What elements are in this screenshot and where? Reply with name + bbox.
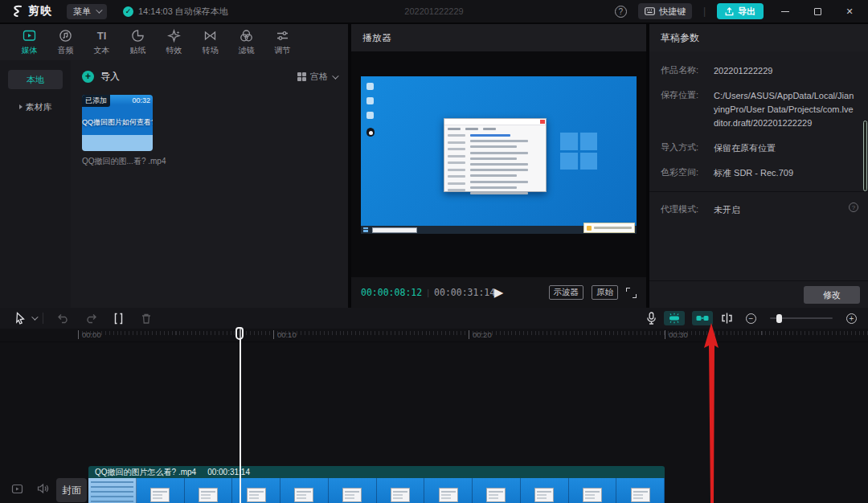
clip-header: QQ撤回的图片怎么看? .mp4 00:00:31:14 bbox=[88, 466, 665, 478]
desktop-icon bbox=[366, 112, 374, 119]
split-button[interactable] bbox=[113, 313, 125, 325]
export-button[interactable]: 导出 bbox=[717, 3, 764, 19]
field-label: 代理模式: bbox=[661, 203, 714, 217]
media-subnav: 本地 素材库 bbox=[0, 60, 71, 308]
draft-fields: 作品名称: 202201222229 保存位置: C:/Users/ASUS/A… bbox=[649, 51, 868, 280]
close-button[interactable]: ✕ bbox=[839, 3, 860, 19]
grid-icon bbox=[297, 72, 306, 81]
filmstrip-frame bbox=[569, 478, 617, 503]
tab-sticker[interactable]: 贴纸 bbox=[120, 24, 156, 60]
chevron-down-icon bbox=[96, 6, 102, 13]
effects-icon bbox=[167, 29, 181, 43]
zoom-in-icon[interactable]: + bbox=[846, 313, 857, 324]
start-button-icon bbox=[363, 227, 368, 232]
tab-label: 滤镜 bbox=[239, 45, 255, 56]
tab-label: 文本 bbox=[94, 45, 110, 56]
tab-effects[interactable]: 特效 bbox=[156, 24, 192, 60]
playhead-handle[interactable] bbox=[235, 327, 244, 340]
record-voiceover-button[interactable] bbox=[646, 312, 657, 325]
cover-button[interactable]: 封面 bbox=[56, 478, 87, 502]
autosave-text: 14:14:03 自动保存本地 bbox=[138, 6, 228, 18]
ruler-label: 00:30 bbox=[665, 330, 688, 339]
tab-text[interactable]: TI 文本 bbox=[84, 24, 120, 60]
tab-label: 调节 bbox=[275, 45, 291, 56]
link-toggle[interactable] bbox=[692, 311, 713, 325]
menu-button[interactable]: 菜单 bbox=[67, 4, 107, 19]
info-icon[interactable]: ? bbox=[849, 202, 858, 212]
timeline-ruler[interactable]: 00:00 00:10 00:20 00:30 bbox=[0, 329, 868, 342]
total-timecode: 00:00:31:14 bbox=[434, 287, 495, 298]
ruler-label: 00:00 bbox=[78, 330, 101, 339]
tab-audio[interactable]: 音频 bbox=[47, 24, 84, 60]
media-thumbnail[interactable]: 已添加 00:32 QQ撤回图片如何查看? bbox=[82, 95, 153, 151]
modify-button[interactable]: 修改 bbox=[804, 286, 860, 304]
tab-adjust[interactable]: 调节 bbox=[264, 24, 301, 60]
media-filename: QQ撤回的图...看? .mp4 bbox=[82, 156, 337, 167]
plus-icon: + bbox=[82, 71, 94, 83]
help-icon[interactable]: ? bbox=[615, 6, 627, 18]
fullscreen-icon[interactable] bbox=[626, 288, 637, 298]
draft-scrollbar[interactable] bbox=[863, 121, 867, 191]
shortcut-button[interactable]: 快捷键 bbox=[638, 3, 692, 19]
timeline-zoom-slider[interactable] bbox=[770, 317, 833, 319]
tab-filter[interactable]: 滤镜 bbox=[228, 24, 264, 60]
warning-icon bbox=[587, 226, 592, 231]
tab-media[interactable]: 媒体 bbox=[11, 24, 47, 60]
media-overlay-title: QQ撤回图片如何查看? bbox=[82, 117, 153, 128]
subnav-asset-library[interactable]: 素材库 bbox=[8, 97, 63, 117]
dialog-close-icon bbox=[540, 120, 545, 124]
jianying-logo-icon bbox=[10, 4, 24, 18]
draft-panel-header: 草稿参数 bbox=[649, 24, 868, 51]
filmstrip-frame bbox=[473, 478, 521, 503]
redo-button[interactable] bbox=[84, 313, 97, 324]
video-clip[interactable]: QQ撤回的图片怎么看? .mp4 00:00:31:14 bbox=[88, 466, 665, 503]
field-label: 色彩空间: bbox=[661, 166, 714, 180]
media-duration: 00:32 bbox=[132, 96, 150, 104]
subnav-local[interactable]: 本地 bbox=[8, 70, 63, 89]
zoom-out-icon[interactable]: − bbox=[746, 313, 756, 324]
preview-axis-toggle[interactable] bbox=[720, 312, 734, 325]
video-viewport bbox=[351, 51, 646, 277]
tab-transition[interactable]: 转场 bbox=[192, 24, 228, 60]
maximize-button[interactable] bbox=[807, 3, 828, 19]
subnav-label: 本地 bbox=[27, 74, 44, 86]
filmstrip-frame bbox=[616, 478, 665, 503]
media-content: + 导入 宫格 已添加 00:32 QQ撤回图片如何查看? QQ撤回的图...看… bbox=[71, 60, 348, 308]
play-button[interactable]: ▶ bbox=[494, 285, 504, 300]
field-label: 作品名称: bbox=[661, 64, 714, 78]
export-label: 导出 bbox=[738, 6, 755, 18]
desktop-icon bbox=[366, 83, 374, 90]
zoom-slider-handle[interactable] bbox=[776, 314, 782, 323]
desktop-icon bbox=[366, 97, 374, 104]
view-mode-toggle[interactable]: 宫格 bbox=[297, 71, 337, 83]
import-label: 导入 bbox=[100, 70, 120, 84]
filmstrip-frame bbox=[185, 478, 233, 503]
minimize-button[interactable] bbox=[775, 3, 796, 19]
player-header: 播放器 bbox=[351, 24, 646, 51]
mute-track-icon[interactable] bbox=[37, 483, 49, 497]
sticker-icon bbox=[131, 29, 145, 43]
transition-icon bbox=[203, 29, 217, 43]
adjust-icon bbox=[276, 29, 289, 43]
import-button[interactable]: + 导入 bbox=[82, 70, 120, 84]
ruler-label: 00:10 bbox=[273, 330, 297, 339]
field-label: 导入方式: bbox=[661, 141, 714, 155]
undo-button[interactable] bbox=[57, 313, 70, 324]
scope-button[interactable]: 示波器 bbox=[549, 285, 584, 300]
original-quality-button[interactable]: 原始 bbox=[592, 285, 618, 300]
select-tool-dropdown[interactable] bbox=[31, 316, 36, 321]
field-value: 保留在原有位置 bbox=[714, 141, 857, 155]
auto-snap-toggle[interactable] bbox=[664, 311, 685, 325]
caret-right-icon bbox=[19, 104, 23, 109]
select-tool-button[interactable] bbox=[14, 312, 27, 325]
main-track-icon[interactable] bbox=[11, 483, 23, 498]
filmstrip-frame bbox=[88, 478, 137, 503]
playhead-line[interactable] bbox=[240, 327, 241, 503]
dialog-right-content bbox=[470, 134, 528, 198]
export-icon bbox=[725, 7, 734, 16]
chevron-down-icon bbox=[332, 72, 338, 79]
video-frame bbox=[361, 76, 637, 234]
dialog-menu-row bbox=[444, 125, 546, 133]
media-icon bbox=[23, 29, 36, 43]
delete-button[interactable] bbox=[141, 313, 152, 325]
